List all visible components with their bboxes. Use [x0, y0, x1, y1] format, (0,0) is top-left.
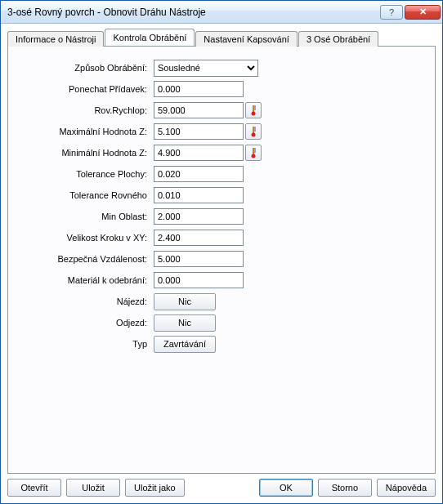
thermometer-icon [249, 126, 257, 137]
label-rov-rychlop: Rov.Rychlop: [16, 105, 154, 115]
label-min-oblast: Min Oblast: [16, 212, 154, 221]
svg-rect-5 [253, 127, 254, 133]
save-as-button[interactable]: Uložit jako [125, 479, 185, 497]
cancel-button[interactable]: Storno [318, 479, 372, 497]
label-zpusob-obrabeni: Způsob Obrábění: [16, 63, 154, 73]
label-krok-xy: Velikost Kroku v XY: [16, 233, 154, 243]
input-min-oblast[interactable] [154, 208, 244, 225]
tab-info-nastroji[interactable]: Informace o Nástroji [7, 31, 104, 47]
input-krok-xy[interactable] [154, 230, 244, 246]
tab-nastaveni-kapsovani[interactable]: Nastavení Kapsování [195, 31, 298, 47]
label-tolerance-plochy: Tolerance Plochy: [16, 169, 154, 179]
thermometer-icon [249, 105, 257, 116]
thermometer-button-minz[interactable] [245, 145, 262, 161]
ok-button[interactable]: OK [259, 479, 313, 497]
label-tolerance-rovneho: Tolerance Rovného [16, 190, 154, 200]
label-ponechat-pridavek: Ponechat Přídavek: [16, 84, 154, 94]
tab-panel: Způsob Obrábění: Sousledné Ponechat Příd… [7, 46, 436, 474]
svg-rect-10 [253, 148, 254, 154]
label-typ: Typ [16, 339, 154, 349]
input-min-z[interactable] [154, 145, 244, 161]
tab-3ose-obrabeni[interactable]: 3 Osé Obrábění [298, 31, 378, 47]
svg-point-11 [252, 154, 256, 158]
tab-kontrola-obrabeni[interactable]: Kontrola Obrábění [105, 29, 195, 46]
svg-rect-0 [253, 105, 254, 112]
button-najezd[interactable]: Nic [154, 293, 216, 310]
thermometer-button-rychlop[interactable] [245, 102, 262, 118]
save-button[interactable]: Uložit [66, 479, 120, 497]
window-title: 3-osé Rovný povrch - Obnovit Dráhu Nástr… [7, 7, 378, 18]
label-material-k-odebrani: Materiál k odebrání: [16, 275, 154, 285]
label-min-z: Minimální Hodnota Z: [16, 148, 154, 158]
input-rov-rychlop[interactable] [154, 102, 244, 118]
label-bezpecna-vzdalenost: Bezpečná Vzdálenost: [16, 254, 154, 264]
label-odjezd: Odjezd: [16, 318, 154, 328]
svg-point-6 [252, 133, 256, 137]
input-tolerance-rovneho[interactable] [154, 187, 244, 203]
input-material-k-odebrani[interactable] [154, 272, 244, 288]
button-typ[interactable]: Zavrtávání [154, 336, 216, 353]
thermometer-icon [249, 147, 257, 158]
bottom-button-bar: Otevřít Uložit Uložit jako OK Storno Náp… [7, 474, 436, 497]
close-button[interactable]: ✕ [405, 5, 441, 20]
help-footer-button[interactable]: Nápověda [377, 479, 436, 497]
input-ponechat-pridavek[interactable] [154, 81, 244, 97]
input-tolerance-plochy[interactable] [154, 166, 244, 182]
button-odjezd[interactable]: Nic [154, 314, 216, 332]
input-bezpecna-vzdalenost[interactable] [154, 251, 244, 267]
tab-strip: Informace o Nástroji Kontrola Obrábění N… [7, 29, 436, 46]
thermometer-button-maxz[interactable] [245, 123, 262, 140]
title-bar: 3-osé Rovný povrch - Obnovit Dráhu Nástr… [1, 1, 442, 24]
label-najezd: Nájezd: [16, 297, 154, 306]
label-max-z: Maximální Hodnota Z: [16, 127, 154, 136]
svg-point-1 [252, 112, 256, 116]
input-max-z[interactable] [154, 123, 244, 140]
client-area: Informace o Nástroji Kontrola Obrábění N… [1, 24, 442, 503]
select-zpusob-obrabeni[interactable]: Sousledné [154, 60, 258, 77]
help-button[interactable]: ? [380, 5, 403, 20]
open-button[interactable]: Otevřít [7, 479, 61, 497]
